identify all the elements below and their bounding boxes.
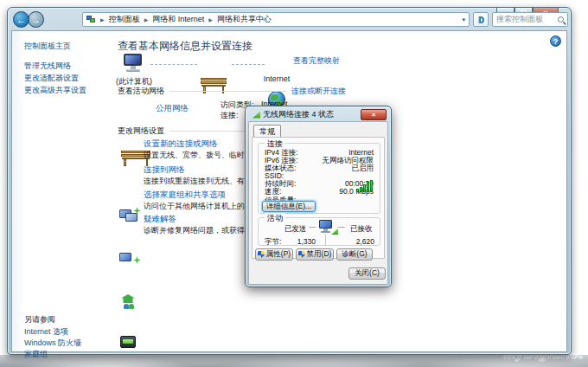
- sidebar-item-adapter-settings[interactable]: 更改适配器设置: [24, 73, 79, 84]
- uac-shield-icon: [258, 251, 265, 259]
- search-input[interactable]: 搜索控制面板: [492, 12, 568, 27]
- tab-general[interactable]: 常规: [253, 125, 281, 138]
- bytes-sent-value: 1,330: [284, 237, 316, 246]
- back-icon: ←: [16, 15, 26, 25]
- chevron-right-icon: ▶: [206, 16, 215, 23]
- sidebar-item-advanced-sharing[interactable]: 更改高级共享设置: [24, 85, 86, 96]
- breadcrumb-network-internet[interactable]: 网络和 Internet: [150, 14, 206, 25]
- dialog-body: 常规 连接 IPv4 连接:Internet IPv6 连接:无网络访问权限 媒…: [248, 121, 388, 285]
- connect-disconnect-link[interactable]: 连接或断开连接: [291, 86, 346, 97]
- connect-network-icon: [119, 251, 140, 268]
- new-connection-icon: [119, 208, 140, 225]
- breadcrumb[interactable]: ▶ 控制面板 ▶ 网络和 Internet ▶ 网络和共享中心 ▾: [82, 12, 470, 27]
- divider: [338, 227, 345, 228]
- chevron-right-icon: ▶: [98, 16, 107, 23]
- media-state-value: 已启用: [352, 164, 374, 171]
- ipv4-label: IPv4 连接:: [265, 148, 298, 156]
- disable-button[interactable]: 禁用(D): [296, 248, 334, 261]
- sidebar-item-homegroup[interactable]: 家庭组: [24, 349, 48, 360]
- sent-label: 已发送: [284, 224, 307, 235]
- diagnose-button-label: 诊断(G): [342, 249, 367, 260]
- activity-computer-icon: [317, 220, 335, 235]
- search-placeholder: 搜索控制面板: [496, 14, 558, 25]
- search-icon: [558, 16, 564, 23]
- tab-general-label: 常规: [259, 126, 275, 138]
- internet-label: Internet: [259, 74, 294, 83]
- sidebar-item-internet-options[interactable]: Internet 选项: [24, 326, 68, 338]
- wireless-signal-icon: [331, 229, 338, 235]
- view-full-map-link[interactable]: 查看完整映射: [293, 55, 340, 67]
- details-button-label: 详细信息(E)...: [266, 202, 311, 212]
- diagnose-button[interactable]: 诊断(G): [336, 248, 373, 261]
- close-action-label: 关闭(C): [355, 268, 380, 279]
- divider: [309, 227, 316, 228]
- connections-label: 连接:: [220, 110, 239, 121]
- forward-icon: →: [31, 15, 41, 25]
- dialog-title: 无线网络连接 4 状态: [263, 109, 334, 120]
- public-network-link[interactable]: 公用网络: [156, 103, 189, 114]
- bytes-label: 字节:: [265, 237, 281, 248]
- disable-button-label: 禁用(D): [307, 249, 332, 260]
- ipv6-value: 无网络访问权限: [323, 156, 374, 164]
- page-title: 查看基本网络信息并设置连接: [118, 39, 252, 54]
- dialog-close-action-button[interactable]: 关闭(C): [348, 267, 386, 280]
- wireless-signal-icon: [252, 112, 260, 119]
- refresh-button[interactable]: [473, 12, 489, 27]
- change-settings-header: 更改网络设置: [118, 126, 164, 137]
- details-button[interactable]: 详细信息(E)...: [262, 201, 316, 212]
- desktop: 数码之家 MyDigit.net × ← → ▶ 控制面板 ▶ 网络和 Inte…: [0, 0, 588, 367]
- computer-icon[interactable]: [121, 54, 145, 74]
- task-homegroup-link[interactable]: 选择家庭组和共享选项: [144, 190, 226, 201]
- ipv4-value: Internet: [348, 148, 374, 156]
- uac-shield-icon: [298, 251, 305, 259]
- chevron-right-icon: ▶: [142, 16, 151, 23]
- task-troubleshoot-link[interactable]: 疑难解答: [144, 214, 176, 225]
- activity-group: 活动 已发送 已接收 字节: 1,330 2,620: [258, 217, 380, 246]
- media-state-label: 媒体状态:: [265, 164, 296, 171]
- sidebar-item-manage-wireless[interactable]: 管理无线网络: [24, 61, 71, 72]
- duration-label: 持续时间:: [265, 179, 296, 187]
- dialog-titlebar: 无线网络连接 4 状态: [252, 109, 334, 120]
- divider: [325, 235, 326, 246]
- breadcrumb-control-panel[interactable]: 控制面板: [107, 14, 142, 25]
- active-networks-header: 查看活动网络: [118, 86, 164, 97]
- chevron-down-icon[interactable]: ▾: [462, 16, 465, 23]
- active-networks-header-row: 查看活动网络 连接或断开连接: [118, 86, 346, 97]
- wireless-status-dialog: 无线网络连接 4 状态 × 常规 连接 IPv4 连接:Internet IPv…: [245, 106, 392, 287]
- ipv6-label: IPv6 连接:: [265, 156, 298, 164]
- task-connect-network-link[interactable]: 连接到网络: [144, 164, 185, 176]
- troubleshoot-icon: [119, 335, 140, 352]
- see-also-header: 另请参阅: [24, 314, 55, 325]
- speed-label: 速度:: [265, 187, 281, 195]
- sidebar-item-windows-firewall[interactable]: Windows 防火墙: [24, 338, 81, 349]
- ssid-label: SSID:: [265, 171, 284, 179]
- signal-strength-icon: [356, 180, 373, 192]
- refresh-icon: [477, 16, 484, 23]
- divider: [169, 91, 286, 92]
- sidebar-item-home[interactable]: 控制面板主页: [24, 41, 71, 52]
- tab-page: 连接 IPv4 连接:Internet IPv6 连接:无网络访问权限 媒体状态…: [252, 137, 385, 259]
- forward-button[interactable]: →: [28, 11, 44, 28]
- network-icon: [86, 16, 95, 23]
- activity-group-label: 活动: [265, 213, 285, 224]
- received-label: 已接收: [350, 224, 373, 235]
- properties-button-label: 属性(P): [266, 249, 291, 260]
- breadcrumb-network-sharing[interactable]: 网络和共享中心: [215, 14, 273, 25]
- dialog-close-button[interactable]: ×: [361, 109, 387, 120]
- homegroup-icon: [119, 293, 140, 311]
- close-icon: ×: [372, 111, 376, 119]
- map-link-line: [232, 64, 265, 65]
- bytes-received-value: 2,620: [345, 237, 374, 246]
- task-new-connection-link[interactable]: 设置新的连接或网络: [144, 138, 218, 150]
- connection-group: 连接 IPv4 连接:Internet IPv6 连接:无网络访问权限 媒体状态…: [258, 143, 380, 214]
- properties-button[interactable]: 属性(P): [255, 248, 293, 261]
- map-link-line: [150, 64, 197, 65]
- sidebar: 控制面板主页 管理无线网络 更改适配器设置 更改高级共享设置 另请参阅 Inte…: [12, 31, 105, 351]
- back-button[interactable]: ←: [13, 11, 29, 28]
